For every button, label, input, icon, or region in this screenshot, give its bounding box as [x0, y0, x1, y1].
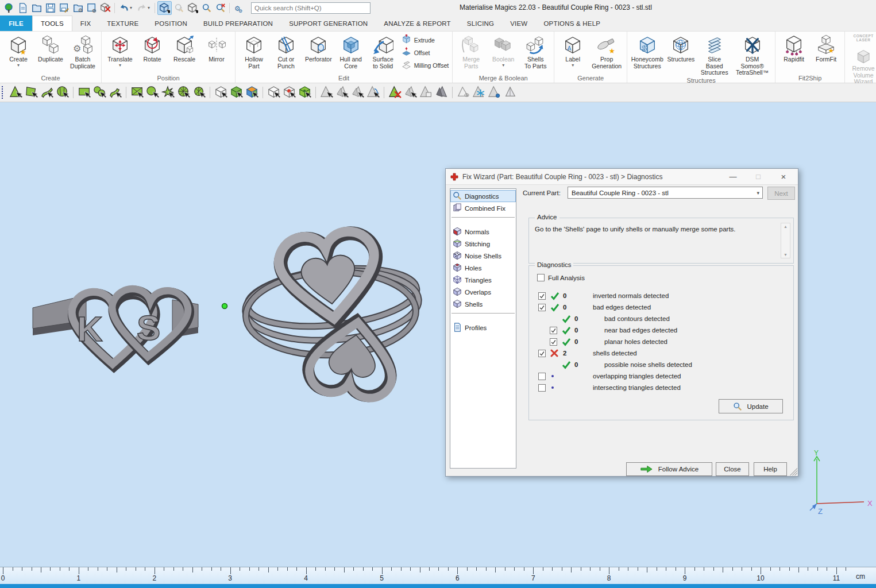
- fix-wizard-page-triangles[interactable]: Triangles: [450, 274, 516, 286]
- diagnostic-checkbox[interactable]: [538, 384, 546, 392]
- fix-wizard-titlebar[interactable]: Fix Wizard (Part: Beautiful Couple Ring …: [446, 169, 798, 185]
- new-scene-icon[interactable]: [16, 2, 29, 14]
- window-mark-icon[interactable]: [130, 86, 144, 100]
- mark-plane-tool-icon[interactable]: [24, 86, 38, 100]
- dialog-minimize-button[interactable]: —: [724, 169, 742, 184]
- freeform-mark-icon[interactable]: [108, 86, 122, 100]
- save-project-icon[interactable]: ⚙: [85, 2, 98, 14]
- diagnostic-checkbox[interactable]: [538, 373, 546, 380]
- diagnostic-checkbox[interactable]: [550, 327, 557, 334]
- menu-tab-file[interactable]: FILE: [0, 16, 32, 31]
- select-view-icon[interactable]: [186, 2, 199, 14]
- next-button[interactable]: Next: [767, 187, 795, 200]
- half-pie-mark-icon[interactable]: [192, 86, 206, 100]
- menu-tab-tools[interactable]: TOOLS: [32, 16, 72, 31]
- select-marked-cube-icon[interactable]: [282, 86, 296, 100]
- diagnostic-checkbox[interactable]: [538, 350, 546, 357]
- hull-and-core-button[interactable]: Hull and Core: [335, 32, 367, 69]
- hollow-part-button[interactable]: Hollow Part: [238, 32, 270, 69]
- fix-wizard-page-normals[interactable]: Normals: [450, 226, 516, 238]
- cut-or-punch-button[interactable]: Cut or Punch: [270, 32, 302, 69]
- batch-duplicate-button[interactable]: ⚙Batch Duplicate: [67, 32, 99, 69]
- milling-offset-button[interactable]: Milling Offset: [402, 60, 449, 71]
- brush-mark-icon[interactable]: [145, 86, 160, 100]
- dialog-maximize-button[interactable]: □: [749, 169, 767, 184]
- dsm-somos-tetrashell-button[interactable]: DSM Somos® TetraShell™: [732, 32, 773, 76]
- merge-parts-button[interactable]: Merge Parts: [455, 32, 487, 69]
- ghost-marked-icon[interactable]: [503, 86, 517, 100]
- save-icon[interactable]: [44, 2, 57, 14]
- full-analysis-checkbox[interactable]: [537, 274, 545, 281]
- rotate-marked-icon[interactable]: [487, 86, 501, 100]
- copy-marked-icon[interactable]: [419, 86, 433, 100]
- diagnostic-checkbox[interactable]: [550, 338, 557, 346]
- select-shell-icon[interactable]: [366, 86, 380, 100]
- cut-marked-icon[interactable]: [434, 86, 449, 100]
- select-plane-icon[interactable]: [335, 86, 349, 100]
- unzoom-icon[interactable]: [214, 2, 227, 14]
- menu-tab-fix[interactable]: FIX: [72, 16, 99, 31]
- menu-tab-options-help[interactable]: OPTIONS & HELP: [535, 16, 608, 31]
- rotate-button[interactable]: Rotate: [136, 32, 168, 63]
- settings-icon[interactable]: ⚙⚙: [232, 2, 245, 14]
- fix-wizard-page-noise-shells[interactable]: Noise Shells: [450, 250, 516, 262]
- left-ring-model[interactable]: K S: [33, 288, 198, 366]
- close-button[interactable]: Close: [716, 462, 749, 476]
- menu-tab-support-generation[interactable]: SUPPORT GENERATION: [281, 16, 376, 31]
- update-button[interactable]: Update: [719, 399, 783, 413]
- scroll-down-icon[interactable]: ▼: [784, 252, 788, 258]
- menu-tab-slicing[interactable]: SLICING: [459, 16, 502, 31]
- menu-tab-build-preparation[interactable]: BUILD PREPARATION: [195, 16, 281, 31]
- save-as-icon[interactable]: [57, 2, 71, 14]
- zoom-in-icon[interactable]: [200, 2, 213, 14]
- follow-advice-button[interactable]: Follow Advice: [626, 462, 712, 476]
- surface-to-solid-button[interactable]: Surface to Solid: [367, 32, 399, 69]
- select-cube-icon[interactable]: [267, 86, 281, 100]
- hide-marked-icon[interactable]: [456, 86, 470, 100]
- scroll-up-icon[interactable]: ▲: [784, 223, 788, 230]
- select-shell-cube-icon[interactable]: [298, 86, 312, 100]
- menu-tab-position[interactable]: POSITION: [146, 16, 195, 31]
- shells-to-parts-button[interactable]: Shells To Parts: [519, 32, 551, 69]
- dialog-close-button[interactable]: ×: [774, 169, 793, 184]
- viewport-3d[interactable]: K S: [0, 102, 876, 567]
- create-button[interactable]: ★Create▾: [2, 32, 34, 68]
- mark-triangle-tool-icon[interactable]: [9, 86, 23, 100]
- redo-icon[interactable]: [135, 2, 148, 14]
- structures-button[interactable]: Structures: [665, 32, 697, 63]
- cube-inside-mark-icon[interactable]: [229, 86, 244, 100]
- menu-tab-texture[interactable]: TEXTURE: [99, 16, 146, 31]
- diagnostic-checkbox[interactable]: [538, 292, 546, 300]
- pie-mark-icon[interactable]: [176, 86, 191, 100]
- right-ring-model[interactable]: [243, 229, 421, 401]
- rapidfit-button[interactable]: Rapidfit: [778, 32, 810, 63]
- remove-volume-wizard-button[interactable]: CONCEPTLASERRemove Volume Wizard: [847, 32, 876, 86]
- select-surface-icon[interactable]: [350, 86, 365, 100]
- offset-button[interactable]: Offset: [402, 47, 449, 58]
- cube-mark-icon[interactable]: [214, 86, 228, 100]
- rescale-button[interactable]: Rescale: [168, 32, 200, 63]
- menu-tab-view[interactable]: VIEW: [502, 16, 535, 31]
- dropdown-caret-icon[interactable]: ▾: [148, 5, 152, 10]
- star-mark-icon[interactable]: [161, 86, 175, 100]
- fix-wizard-page-profiles[interactable]: Profiles: [450, 322, 516, 334]
- diagnostic-checkbox[interactable]: [538, 304, 546, 311]
- menu-tab-analyze-report[interactable]: ANALYZE & REPORT: [376, 16, 459, 31]
- duplicate-button[interactable]: Duplicate: [34, 32, 67, 63]
- translate-button[interactable]: Translate▾: [104, 32, 136, 68]
- magics-logo-icon[interactable]: [2, 2, 16, 14]
- toolbar-grip[interactable]: [2, 86, 6, 99]
- honeycomb-structures-button[interactable]: Honeycomb Structures: [630, 32, 665, 69]
- invert-marked-icon[interactable]: [403, 86, 418, 100]
- extrude-button[interactable]: Extrude: [402, 34, 449, 45]
- advice-scrollbar[interactable]: ▲ ▼: [781, 223, 790, 258]
- boolean-button[interactable]: Boolean▾: [487, 32, 519, 68]
- perforator-button[interactable]: Perforator: [302, 32, 335, 63]
- current-part-dropdown[interactable]: Beautiful Couple Ring - 0023 - stl ▾: [568, 187, 763, 199]
- mark-shell-tool-icon[interactable]: [55, 86, 70, 100]
- fix-wizard-page-overlaps[interactable]: Overlaps: [450, 286, 516, 298]
- fix-wizard-page-diagnostics[interactable]: Diagnostics: [450, 190, 516, 202]
- zoom-part-icon[interactable]: [172, 2, 186, 14]
- delete-marked-icon[interactable]: [388, 86, 402, 100]
- cube-color-mark-icon[interactable]: [245, 86, 259, 100]
